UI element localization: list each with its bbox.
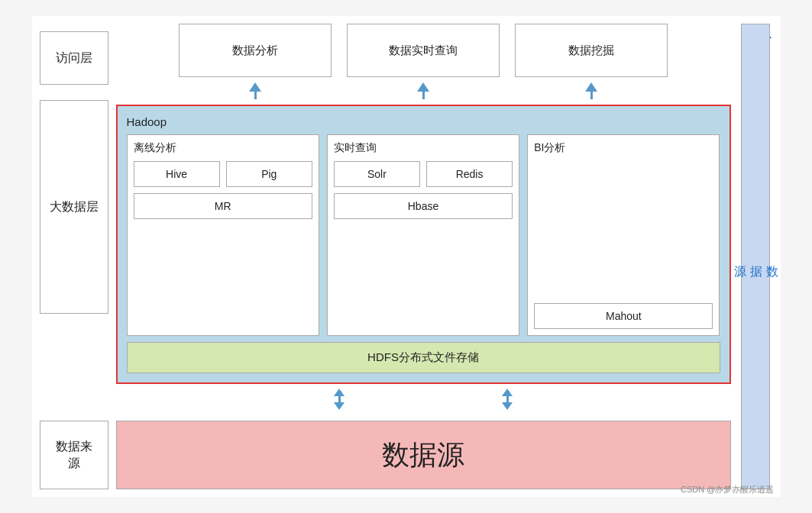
up-arrow-3	[585, 82, 597, 92]
hdfs-bar: HDFS分布式文件存储	[127, 342, 720, 373]
mr-box: MR	[134, 193, 312, 219]
bi-up-2	[502, 389, 513, 396]
arrow-to-mining	[515, 83, 668, 98]
realtime-query-box: 数据实时查询	[347, 24, 500, 77]
big-data-zone: Hadoop 离线分析 Hive Pi	[116, 105, 731, 384]
realtime-query-title: 实时查询	[334, 141, 513, 155]
solr-box: Solr	[334, 161, 420, 187]
arrow-line-3	[590, 92, 593, 99]
diagram-wrapper: 访问层 大数据层 数据来源 数据分析 数据实时查询 数据挖掘	[32, 16, 781, 497]
mr-row: MR	[134, 193, 312, 219]
hive-box: Hive	[134, 161, 220, 187]
arrow-line-2	[422, 92, 425, 99]
access-layer-label: 访问层	[40, 31, 108, 85]
bi-down-1	[334, 402, 345, 410]
data-analysis-box: 数据分析	[179, 24, 332, 77]
datasource-bottom: 数据源	[116, 421, 731, 489]
hive-pig-row: Hive Pig	[134, 161, 312, 187]
main-layout: 访问层 大数据层 数据来源 数据分析 数据实时查询 数据挖掘	[40, 24, 773, 489]
top-boxes-row: 数据分析 数据实时查询 数据挖掘	[116, 24, 731, 77]
bi-arrow-1	[263, 390, 416, 408]
mahout-box: Mahout	[534, 303, 713, 329]
right-column: 数据源	[739, 24, 773, 489]
center-column: 数据分析 数据实时查询 数据挖掘	[108, 24, 739, 489]
bi-line-2	[506, 396, 509, 402]
bi-down-2	[502, 402, 513, 410]
arrow-line-1	[254, 92, 257, 99]
hbase-box: Hbase	[334, 193, 513, 219]
offline-analysis-title: 离线分析	[134, 141, 312, 155]
bi-analysis-panel: BI分析 Mahout	[527, 134, 720, 336]
big-data-layer-label: 大数据层	[40, 100, 108, 314]
left-column: 访问层 大数据层 数据来源	[40, 24, 108, 489]
up-arrow-2	[417, 82, 429, 92]
data-mining-box: 数据挖掘	[515, 24, 668, 77]
pig-box: Pig	[226, 161, 312, 187]
bottom-arrows-row	[116, 390, 731, 408]
offline-analysis-panel: 离线分析 Hive Pig MR	[127, 134, 319, 336]
datasource-layer-label: 数据来源	[40, 421, 108, 489]
bi-analysis-title: BI分析	[534, 141, 713, 155]
up-arrow-1	[249, 82, 261, 92]
right-datasource-label: 数据源	[741, 24, 770, 489]
arrow-to-realtime	[347, 83, 500, 98]
hadoop-label: Hadoop	[127, 115, 720, 128]
inner-panels: 离线分析 Hive Pig MR	[127, 134, 720, 336]
mahout-row: Mahout	[534, 161, 713, 329]
realtime-query-panel: 实时查询 Solr Redis Hbase	[327, 134, 519, 336]
watermark: CSDN @亦梦亦醒乐逍遥	[681, 484, 774, 495]
bi-line-1	[338, 396, 341, 402]
top-arrows-row	[116, 83, 731, 98]
bi-arrow-2	[431, 390, 584, 408]
arrow-to-analysis	[179, 83, 332, 98]
redis-box: Redis	[426, 161, 513, 187]
hbase-row: Hbase	[334, 193, 513, 219]
bi-up-1	[334, 389, 345, 396]
solr-redis-row: Solr Redis	[334, 161, 513, 187]
